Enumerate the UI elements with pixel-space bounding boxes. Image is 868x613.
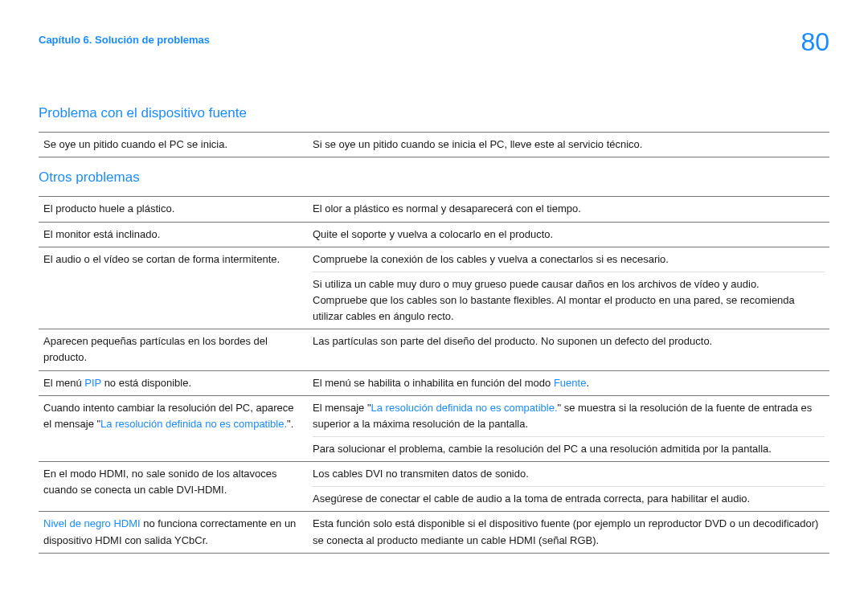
issue-text: no está disponible. bbox=[101, 377, 191, 389]
solution-text: El mensaje "La resolución definida no es… bbox=[313, 400, 825, 432]
table-other-problems: El producto huele a plástico. El olor a … bbox=[39, 196, 829, 553]
issue-cell: El monitor está inclinado. bbox=[39, 222, 308, 247]
accent-term-hdmi-black-level: Nivel de negro HDMI bbox=[43, 517, 141, 529]
table-row: En el modo HDMI, no sale sonido de los a… bbox=[39, 462, 829, 512]
solution-cell: Quite el soporte y vuelva a colocarlo en… bbox=[308, 222, 829, 247]
solution-text: Los cables DVI no transmiten datos de so… bbox=[313, 466, 825, 482]
section-title-other-problems: Otros problemas bbox=[39, 167, 829, 188]
issue-cell: Nivel de negro HDMI no funciona correcta… bbox=[39, 512, 308, 553]
solution-text: Compruebe la conexión de los cables y vu… bbox=[313, 251, 825, 268]
table-row: El audio o el vídeo se cortan de forma i… bbox=[39, 247, 829, 329]
solution-text: El mensaje " bbox=[313, 402, 371, 414]
solution-text: Asegúrese de conectar el cable de audio … bbox=[313, 486, 825, 507]
issue-cell: Aparecen pequeñas partículas en los bord… bbox=[39, 329, 308, 370]
solution-cell: El olor a plástico es normal y desaparec… bbox=[308, 197, 829, 222]
solution-cell: El mensaje "La resolución definida no es… bbox=[308, 395, 829, 461]
solution-cell: Si se oye un pitido cuando se inicia el … bbox=[308, 132, 829, 157]
table-source-device: Se oye un pitido cuando el PC se inicia.… bbox=[39, 132, 829, 157]
table-row: El producto huele a plástico. El olor a … bbox=[39, 197, 829, 222]
issue-cell: Cuando intento cambiar la resolución del… bbox=[39, 395, 308, 461]
section-title-source-device: Problema con el dispositivo fuente bbox=[39, 103, 829, 124]
issue-cell: Se oye un pitido cuando el PC se inicia. bbox=[39, 132, 308, 157]
solution-text: Para solucionar el problema, cambie la r… bbox=[313, 436, 825, 457]
solution-cell: Las partículas son parte del diseño del … bbox=[308, 329, 829, 370]
solution-cell: Esta función solo está disponible si el … bbox=[308, 512, 829, 553]
table-row: El menú PIP no está disponible. El menú … bbox=[39, 370, 829, 395]
chapter-title: Capítulo 6. Solución de problemas bbox=[39, 22, 210, 48]
accent-term-fuente: Fuente bbox=[554, 377, 586, 389]
solution-cell: Los cables DVI no transmiten datos de so… bbox=[308, 462, 829, 512]
accent-message: La resolución definida no es compatible. bbox=[371, 402, 558, 414]
accent-term-pip: PIP bbox=[84, 377, 101, 389]
solution-cell: El menú se habilita o inhabilita en func… bbox=[308, 370, 829, 395]
solution-text: Si utiliza un cable muy duro o muy grues… bbox=[313, 272, 825, 292]
solution-text: . bbox=[586, 377, 589, 389]
table-row: Aparecen pequeñas partículas en los bord… bbox=[39, 329, 829, 370]
issue-cell: El producto huele a plástico. bbox=[39, 197, 308, 222]
page-header: Capítulo 6. Solución de problemas 80 bbox=[39, 22, 829, 63]
table-row: Nivel de negro HDMI no funciona correcta… bbox=[39, 512, 829, 553]
issue-cell: El menú PIP no está disponible. bbox=[39, 370, 308, 395]
issue-text: El menú bbox=[43, 377, 84, 389]
solution-text: El menú se habilita o inhabilita en func… bbox=[313, 377, 554, 389]
issue-cell: El audio o el vídeo se cortan de forma i… bbox=[39, 247, 308, 329]
table-row: El monitor está inclinado. Quite el sopo… bbox=[39, 222, 829, 247]
table-row: Cuando intento cambiar la resolución del… bbox=[39, 395, 829, 461]
page-number: 80 bbox=[800, 22, 829, 63]
solution-text: Compruebe que los cables son lo bastante… bbox=[313, 292, 825, 325]
page-content: Capítulo 6. Solución de problemas 80 Pro… bbox=[0, 0, 868, 554]
accent-message: La resolución definida no es compatible. bbox=[100, 418, 287, 430]
issue-cell: En el modo HDMI, no sale sonido de los a… bbox=[39, 462, 308, 512]
table-row: Se oye un pitido cuando el PC se inicia.… bbox=[39, 132, 829, 157]
issue-text: ". bbox=[287, 418, 293, 430]
solution-cell: Compruebe la conexión de los cables y vu… bbox=[308, 247, 829, 329]
